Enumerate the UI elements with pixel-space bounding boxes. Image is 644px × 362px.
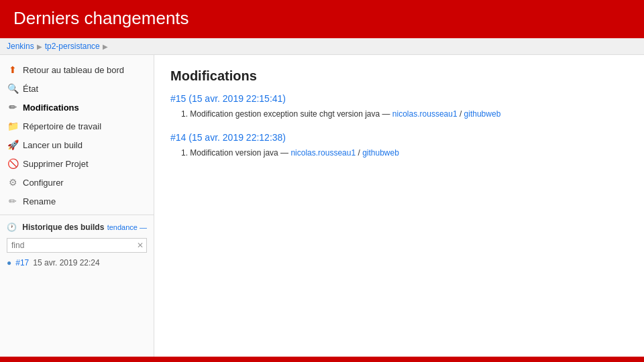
change-list-15: 1. Modification gestion exception suite … [170, 109, 628, 119]
pencil-icon: ✏ [7, 101, 19, 113]
build-item-17: ● #17 15 avr. 2019 22:24 [0, 255, 154, 270]
rename-icon: ✏ [7, 195, 19, 207]
sidebar-item-rename[interactable]: ✏ Rename [0, 192, 154, 210]
sidebar: ⬆ Retour au tableau de bord 🔍 État ✏ Mod… [0, 55, 154, 362]
history-search-input[interactable] [7, 238, 147, 253]
build-status-icon: ● [7, 258, 11, 267]
search-icon: 🔍 [7, 82, 19, 95]
change-item-15-sep: / [458, 109, 464, 119]
sidebar-item-etat-label: État [23, 84, 38, 94]
change-item-14-author[interactable]: nicolas.rousseau1 [290, 148, 356, 158]
sidebar-item-modifications[interactable]: ✏ Modifications [0, 98, 154, 117]
folder-icon: 📁 [7, 120, 19, 132]
history-clock-icon: 🕐 [7, 223, 17, 232]
bottom-bar [0, 357, 644, 362]
breadcrumb: Jenkins ▶ tp2-persistance ▶ [0, 38, 644, 55]
change-group-15-heading: #15 (15 avr. 2019 22:15:41) [170, 93, 628, 104]
sidebar-item-modifications-label: Modifications [23, 103, 79, 113]
sidebar-item-supprimer[interactable]: 🚫 Supprimer Projet [0, 154, 154, 173]
gear-icon: ⚙ [7, 176, 19, 188]
sidebar-item-supprimer-label: Supprimer Projet [23, 159, 89, 169]
sidebar-item-configurer[interactable]: ⚙ Configurer [0, 173, 154, 192]
change-group-14-link[interactable]: #14 (15 avr. 2019 22:12:38) [170, 132, 286, 143]
history-section: 🕐 Historique des builds tendance — ✕ ● #… [0, 215, 154, 270]
trend-link[interactable]: tendance — [107, 223, 147, 231]
main-layout: ⬆ Retour au tableau de bord 🔍 État ✏ Mod… [0, 55, 644, 362]
build-17-date: 15 avr. 2019 22:24 [33, 258, 99, 267]
launch-icon: 🚀 [7, 139, 19, 151]
sidebar-item-repertoire-label: Répertoire de travail [23, 121, 101, 131]
change-item-15-author[interactable]: nicolas.rousseau1 [392, 109, 458, 119]
change-item-14-githubweb[interactable]: githubweb [362, 148, 399, 158]
change-item-14-sep: / [356, 148, 362, 158]
sidebar-item-retour[interactable]: ⬆ Retour au tableau de bord [0, 60, 154, 79]
history-title: Historique des builds [22, 223, 104, 232]
breadcrumb-tp2[interactable]: tp2-persistance [45, 42, 100, 51]
content-area: Modifications #15 (15 avr. 2019 22:15:41… [154, 55, 644, 362]
breadcrumb-sep2: ▶ [103, 43, 108, 50]
history-search-container: ✕ [7, 238, 147, 253]
change-item-14-1: 1. Modification version java — nicolas.r… [181, 148, 628, 158]
page-header: Derniers changements [0, 0, 644, 38]
sidebar-item-lancer-label: Lancer un build [23, 140, 83, 150]
change-group-14-heading: #14 (15 avr. 2019 22:12:38) [170, 132, 628, 143]
content-title: Modifications [170, 68, 628, 84]
change-list-14: 1. Modification version java — nicolas.r… [170, 148, 628, 158]
change-group-15-link[interactable]: #15 (15 avr. 2019 22:15:41) [170, 93, 286, 104]
change-group-14: #14 (15 avr. 2019 22:12:38) 1. Modificat… [170, 132, 628, 158]
change-item-15-1: 1. Modification gestion exception suite … [181, 109, 628, 119]
sidebar-item-retour-label: Retour au tableau de bord [23, 65, 124, 75]
breadcrumb-sep1: ▶ [37, 43, 42, 50]
change-group-15: #15 (15 avr. 2019 22:15:41) 1. Modificat… [170, 93, 628, 119]
history-search-clear[interactable]: ✕ [137, 241, 144, 250]
build-17-link[interactable]: #17 [15, 258, 29, 267]
delete-icon: 🚫 [7, 158, 19, 170]
change-item-15-1-text: 1. Modification gestion exception suite … [181, 109, 392, 119]
sidebar-item-etat[interactable]: 🔍 État [0, 79, 154, 98]
history-header: 🕐 Historique des builds tendance — [0, 219, 154, 235]
up-icon: ⬆ [7, 64, 19, 76]
page-title: Derniers changements [13, 8, 189, 28]
sidebar-item-repertoire[interactable]: 📁 Répertoire de travail [0, 117, 154, 135]
sidebar-item-configurer-label: Configurer [23, 178, 64, 188]
sidebar-item-lancer[interactable]: 🚀 Lancer un build [0, 135, 154, 154]
change-item-15-githubweb[interactable]: githubweb [464, 109, 501, 119]
sidebar-item-rename-label: Rename [23, 196, 56, 206]
change-item-14-1-text: 1. Modification version java — [181, 148, 290, 158]
breadcrumb-jenkins[interactable]: Jenkins [7, 42, 34, 51]
